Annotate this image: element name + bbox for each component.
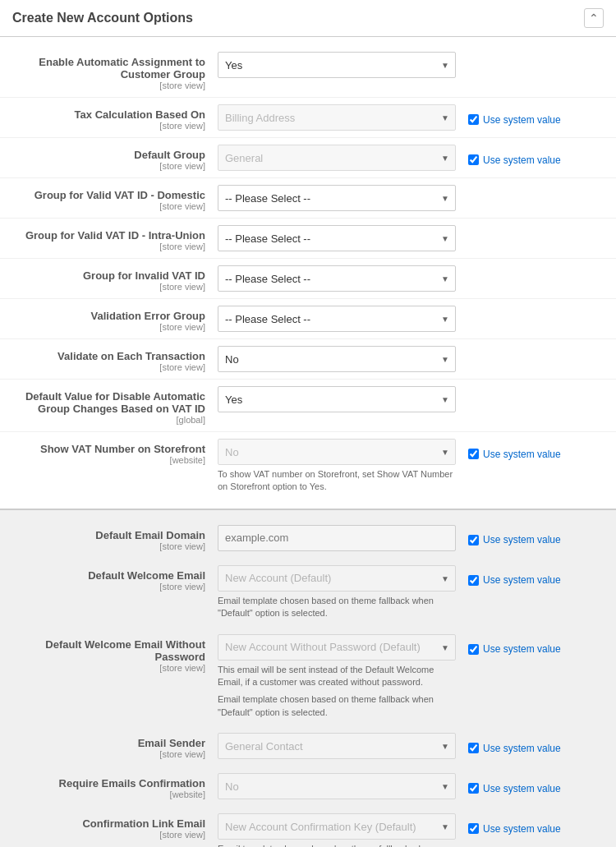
row-validate-each-transaction: Validate on Each Transaction [store view… — [0, 339, 616, 380]
label-default-welcome-email: Default Welcome Email [store view] — [12, 565, 218, 592]
email-sender-system-checkbox[interactable] — [468, 743, 479, 753]
page-container: Create New Account Options ⌃ Enable Auto… — [0, 0, 616, 847]
row-confirmation-link-email: Confirmation Link Email [store view] New… — [0, 807, 616, 847]
default-email-domain-input[interactable] — [218, 525, 456, 551]
label-require-emails-confirmation: Require Emails Confirmation [website] — [12, 773, 218, 799]
row-group-valid-vat-domestic: Group for Valid VAT ID - Domestic [store… — [0, 178, 616, 219]
email-sender-system-label: Use system value — [483, 743, 561, 754]
enable-auto-assignment-select[interactable]: Yes No — [218, 52, 456, 78]
vat-section: Enable Automatic Assignment to Customer … — [0, 37, 616, 510]
email-sender-select[interactable]: General Contact — [218, 733, 456, 759]
label-show-vat-storefront: Show VAT Number on Storefront [website] — [12, 439, 218, 465]
show-vat-storefront-select[interactable]: No — [218, 439, 456, 465]
confirmation-link-email-system-checkbox[interactable] — [468, 823, 479, 834]
tax-calculation-select[interactable]: Billing Address — [218, 104, 456, 131]
row-validation-error-group: Validation Error Group [store view] -- P… — [0, 299, 616, 339]
show-vat-storefront-system-label: Use system value — [483, 449, 561, 460]
label-default-email-domain: Default Email Domain [store view] — [12, 525, 218, 551]
row-tax-calculation: Tax Calculation Based On [store view] Bi… — [0, 98, 616, 138]
row-group-invalid-vat: Group for Invalid VAT ID [store view] --… — [0, 259, 616, 299]
row-require-emails-confirmation: Require Emails Confirmation [website] No… — [0, 766, 616, 807]
row-default-email-domain: Default Email Domain [store view] Use sy… — [0, 518, 616, 559]
row-default-welcome-email-no-password: Default Welcome Email Without Password [… — [0, 628, 616, 727]
tax-calculation-system-label: Use system value — [483, 114, 561, 126]
email-section: Default Email Domain [store view] Use sy… — [0, 510, 616, 847]
default-email-domain-system-label: Use system value — [483, 534, 561, 545]
default-welcome-email-no-password-help2: Email template chosen based on theme fal… — [218, 693, 456, 719]
row-show-vat-storefront: Show VAT Number on Storefront [website] … — [0, 432, 616, 500]
group-valid-vat-domestic-select[interactable]: -- Please Select -- — [218, 185, 456, 211]
default-group-system-checkbox[interactable] — [468, 154, 479, 165]
show-vat-storefront-system-checkbox[interactable] — [468, 449, 479, 459]
collapse-button[interactable]: ⌃ — [584, 8, 604, 28]
label-validate-each-transaction: Validate on Each Transaction [store view… — [12, 346, 218, 372]
row-email-sender: Email Sender [store view] General Contac… — [0, 726, 616, 766]
label-group-valid-vat-intra-union: Group for Valid VAT ID - Intra-Union [st… — [12, 225, 218, 251]
row-default-group: Default Group [store view] General ▼ Use… — [0, 138, 616, 178]
default-welcome-email-select[interactable]: New Account (Default) — [218, 565, 456, 592]
confirmation-link-email-system-label: Use system value — [483, 823, 561, 835]
row-default-value-disable: Default Value for Disable Automatic Grou… — [0, 380, 616, 432]
validate-each-transaction-select[interactable]: No Yes — [218, 346, 456, 372]
default-group-system-label: Use system value — [483, 154, 561, 166]
tax-calculation-system-checkbox[interactable] — [468, 114, 479, 125]
default-welcome-email-no-password-system-label: Use system value — [483, 643, 561, 655]
row-default-welcome-email: Default Welcome Email [store view] New A… — [0, 559, 616, 628]
label-validation-error-group: Validation Error Group [store view] — [12, 306, 218, 332]
label-default-welcome-email-no-password: Default Welcome Email Without Password [… — [12, 634, 218, 673]
default-welcome-email-no-password-help1: This email will be sent instead of the D… — [218, 664, 456, 689]
label-confirmation-link-email: Confirmation Link Email [store view] — [12, 813, 218, 840]
default-welcome-email-no-password-system-checkbox[interactable] — [468, 644, 479, 655]
default-value-disable-select[interactable]: Yes No — [218, 386, 456, 412]
row-enable-auto-assignment: Enable Automatic Assignment to Customer … — [0, 45, 616, 98]
confirmation-link-email-help: Email template chosen based on theme fal… — [218, 843, 456, 847]
label-group-invalid-vat: Group for Invalid VAT ID [store view] — [12, 265, 218, 292]
label-tax-calculation: Tax Calculation Based On [store view] — [12, 104, 218, 131]
group-invalid-vat-select[interactable]: -- Please Select -- — [218, 265, 456, 292]
section-header: Create New Account Options ⌃ — [0, 0, 616, 37]
validation-error-group-select[interactable]: -- Please Select -- — [218, 306, 456, 332]
default-welcome-email-no-password-select[interactable]: New Account Without Password (Default) — [218, 634, 456, 661]
require-emails-confirmation-select[interactable]: No — [218, 773, 456, 799]
label-default-value-disable: Default Value for Disable Automatic Grou… — [12, 386, 218, 425]
label-group-valid-vat-domestic: Group for Valid VAT ID - Domestic [store… — [12, 185, 218, 211]
require-emails-confirmation-system-label: Use system value — [483, 783, 561, 794]
label-default-group: Default Group [store view] — [12, 145, 218, 171]
default-email-domain-system-checkbox[interactable] — [468, 535, 479, 545]
show-vat-storefront-help: To show VAT number on Storefront, set Sh… — [218, 468, 456, 494]
label-enable-auto-assignment: Enable Automatic Assignment to Customer … — [12, 52, 218, 90]
require-emails-confirmation-system-checkbox[interactable] — [468, 783, 479, 794]
row-group-valid-vat-intra-union: Group for Valid VAT ID - Intra-Union [st… — [0, 219, 616, 259]
section-title: Create New Account Options — [12, 11, 193, 25]
default-group-select[interactable]: General — [218, 145, 456, 171]
label-email-sender: Email Sender [store view] — [12, 733, 218, 759]
default-welcome-email-system-label: Use system value — [483, 574, 561, 586]
default-welcome-email-system-checkbox[interactable] — [468, 575, 479, 586]
confirmation-link-email-select[interactable]: New Account Confirmation Key (Default) — [218, 813, 456, 840]
group-valid-vat-intra-union-select[interactable]: -- Please Select -- — [218, 225, 456, 251]
default-welcome-email-help: Email template chosen based on theme fal… — [218, 595, 456, 620]
